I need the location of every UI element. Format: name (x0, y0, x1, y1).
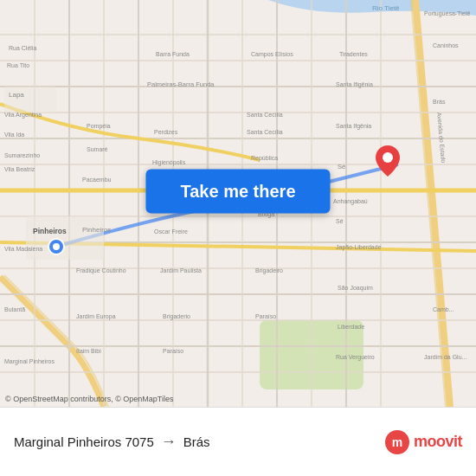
destination-label: Brás (183, 434, 210, 449)
svg-text:Caninhos: Caninhos (433, 42, 459, 48)
moovit-logo-icon: m (384, 429, 410, 455)
svg-text:Pinheiros: Pinheiros (82, 226, 111, 234)
svg-text:Santa Cecília: Santa Cecília (247, 112, 283, 118)
svg-text:Fradique Coutinho: Fradique Coutinho (76, 267, 126, 274)
destination-marker (376, 145, 400, 180)
svg-text:Sé: Sé (336, 218, 344, 224)
svg-text:Campos Elísios: Campos Elísios (251, 51, 293, 58)
svg-text:Vila Madalena: Vila Madalena (4, 246, 42, 252)
svg-text:Santa Ifgênia: Santa Ifgênia (336, 123, 371, 130)
svg-text:Marginal Pinheiros: Marginal Pinheiros (4, 358, 55, 365)
svg-text:Brigaderio: Brigaderio (163, 313, 190, 320)
arrow-icon: → (161, 433, 177, 451)
svg-text:Sumaré: Sumaré (87, 146, 108, 152)
svg-text:Oscar Freire: Oscar Freire (154, 228, 188, 235)
svg-text:Rua Vergueiro: Rua Vergueiro (336, 354, 375, 361)
svg-text:Brás: Brás (433, 99, 446, 105)
svg-text:Rua Clélia: Rua Clélia (9, 45, 36, 51)
map-copyright: © OpenStreetMap contributors, © OpenMapT… (5, 395, 174, 403)
take-me-there-button[interactable]: Take me there (145, 169, 330, 213)
svg-text:Vila Beatriz: Vila Beatriz (4, 166, 35, 172)
svg-text:Santa Cecília: Santa Cecília (247, 129, 283, 135)
svg-rect-29 (26, 216, 104, 260)
svg-text:Jardim Paulista: Jardim Paulista (160, 267, 202, 273)
svg-text:m: m (392, 435, 402, 449)
svg-text:Vila Ida: Vila Ida (4, 132, 24, 138)
route-info: Marginal Pinheiros 7075 → Brás (14, 433, 384, 451)
origin-marker (48, 238, 65, 259)
svg-text:Perdizes: Perdizes (154, 129, 178, 135)
svg-text:Paraíso: Paraíso (255, 313, 276, 319)
svg-text:República: República (251, 155, 278, 162)
moovit-logo-text: moovit (414, 433, 462, 451)
svg-text:Santa Ifigênia: Santa Ifigênia (336, 81, 373, 88)
map-container: Lapa Rua Clélia Rua Tito Vila Argentina … (0, 0, 476, 407)
svg-text:Sumarezinho: Sumarezinho (4, 152, 40, 158)
svg-text:Higienópolis: Higienópolis (152, 159, 186, 166)
svg-text:Brigadeiro: Brigadeiro (255, 267, 283, 274)
svg-point-81 (383, 152, 393, 163)
bottom-bar: Marginal Pinheiros 7075 → Brás m moovit (0, 407, 476, 476)
svg-text:Lapa: Lapa (9, 91, 24, 99)
svg-text:Itaim Bibi: Itaim Bibi (76, 348, 101, 354)
svg-text:Barra Funda: Barra Funda (156, 51, 190, 57)
svg-text:Anhangabaú: Anhangabaú (333, 198, 368, 205)
svg-text:Sé: Sé (338, 163, 345, 170)
svg-text:Camb...: Camb... (433, 306, 454, 312)
svg-text:Paraíso: Paraíso (163, 348, 183, 354)
svg-text:Liberdade: Liberdade (338, 324, 364, 330)
svg-point-83 (53, 243, 60, 250)
svg-text:Tiradentes: Tiradentes (339, 51, 368, 57)
svg-text:Pacaembu: Pacaembu (82, 177, 112, 183)
svg-text:Rua Tito: Rua Tito (7, 62, 29, 68)
svg-text:Pinheiros: Pinheiros (33, 227, 67, 235)
svg-text:Japão-Liberdade: Japão-Liberdade (336, 244, 382, 251)
origin-label: Marginal Pinheiros 7075 (14, 434, 154, 449)
moovit-logo: m moovit (384, 429, 462, 455)
svg-text:Portuguesa-Tietê: Portuguesa-Tietê (424, 10, 471, 17)
svg-text:Pompéia: Pompéia (87, 123, 111, 130)
svg-text:Jardim da Glu...: Jardim da Glu... (424, 354, 466, 360)
svg-text:Jardim Europa: Jardim Europa (76, 313, 116, 320)
svg-text:Rio Tietê: Rio Tietê (372, 4, 400, 12)
svg-text:Palmeiras-Barra Funda: Palmeiras-Barra Funda (147, 80, 215, 88)
svg-text:Butantã: Butantã (4, 306, 25, 312)
svg-text:São Joaquim: São Joaquim (338, 285, 373, 292)
svg-text:Vila Argentina: Vila Argentina (4, 112, 42, 119)
